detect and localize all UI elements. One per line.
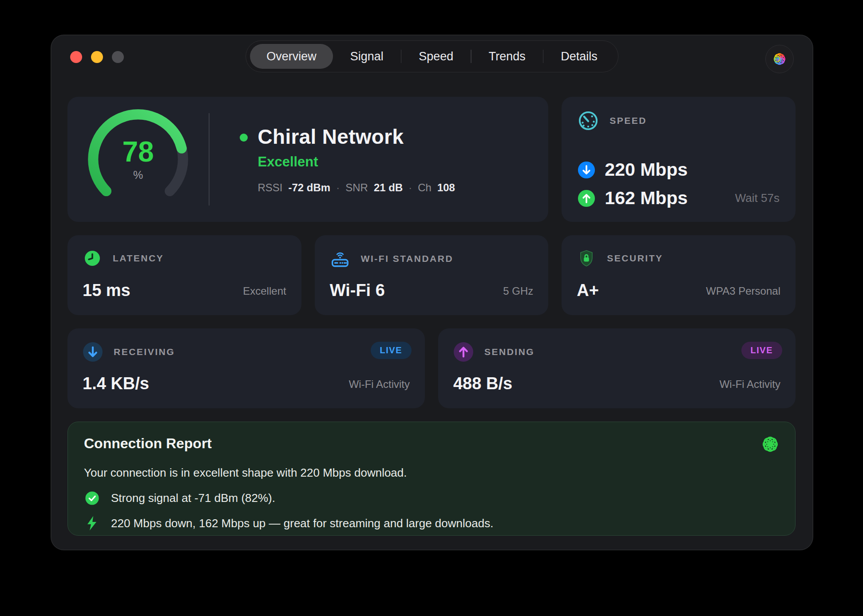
upload-speed-row: 162 Mbps — [578, 188, 688, 209]
sending-live-badge: LIVE — [741, 342, 782, 359]
connection-report-card: Connection Report Your connection is in … — [67, 422, 796, 536]
latency-note: Excellent — [243, 285, 286, 297]
health-percent: 78 — [122, 138, 154, 166]
report-bullet-list: Strong signal at -71 dBm (82%). 220 Mbps… — [84, 490, 779, 532]
minimize-button[interactable] — [91, 51, 103, 63]
sending-note: Wi-Fi Activity — [720, 378, 780, 391]
report-bullet-text: 220 Mbps down, 162 Mbps up — great for s… — [111, 517, 493, 530]
check-circle-icon — [84, 490, 100, 506]
download-speed: 220 Mbps — [605, 159, 688, 180]
download-speed-row: 220 Mbps — [578, 159, 688, 180]
shield-lock-icon — [577, 249, 596, 268]
upload-arrow-icon — [578, 190, 595, 207]
network-quality: Excellent — [258, 154, 455, 170]
tab-details[interactable]: Details — [544, 44, 614, 69]
health-gauge: 78 % — [67, 106, 209, 213]
receiving-arrow-icon — [83, 342, 103, 362]
tab-trends[interactable]: Trends — [472, 44, 542, 69]
speedometer-icon — [578, 110, 599, 131]
assistant-rainbow-knot-icon — [771, 50, 788, 68]
sending-label: SENDING — [484, 347, 534, 357]
signal-stats: RSSI -72 dBm · SNR 21 dB · Ch 108 — [258, 182, 455, 194]
divider — [209, 113, 210, 205]
network-name: Chiral Network — [258, 125, 455, 149]
speed-label: SPEED — [610, 115, 647, 126]
clock-icon — [83, 249, 102, 268]
security-card: SECURITY A+ WPA3 Personal — [562, 235, 796, 315]
tab-divider — [471, 50, 471, 63]
channel-value: 108 — [437, 182, 455, 194]
channel-label: Ch — [418, 182, 432, 194]
desktop: Overview Signal Speed Trends Details — [0, 0, 863, 616]
app-window: Overview Signal Speed Trends Details — [51, 35, 813, 550]
window-controls — [70, 51, 124, 63]
network-health-card: 78 % Chiral Network Excellent RSSI -72 d… — [67, 97, 548, 222]
report-summary: Your connection is in excellent shape wi… — [84, 466, 779, 480]
security-label: SECURITY — [607, 253, 663, 264]
download-arrow-icon — [578, 161, 595, 179]
latency-label: LATENCY — [113, 253, 164, 264]
receiving-card: RECEIVING LIVE 1.4 KB/s Wi-Fi Activity — [67, 328, 425, 408]
tab-overview[interactable]: Overview — [250, 44, 333, 69]
rssi-value: -72 dBm — [289, 182, 331, 194]
wifi-band-note: 5 GHz — [503, 285, 533, 297]
sending-arrow-icon — [453, 342, 474, 362]
tab-divider — [401, 50, 402, 63]
assistant-button[interactable] — [765, 45, 794, 73]
security-protocol: WPA3 Personal — [706, 285, 780, 297]
receiving-note: Wi-Fi Activity — [349, 378, 410, 391]
receiving-live-badge: LIVE — [371, 342, 412, 359]
tab-speed[interactable]: Speed — [402, 44, 470, 69]
tab-signal[interactable]: Signal — [334, 44, 400, 69]
tab-bar: Overview Signal Speed Trends Details — [245, 40, 618, 72]
health-percent-unit: % — [133, 169, 143, 182]
dashboard-grid: 78 % Chiral Network Excellent RSSI -72 d… — [67, 97, 796, 536]
speed-card: SPEED 220 Mbps — [562, 97, 796, 222]
close-button[interactable] — [70, 51, 82, 63]
router-icon — [330, 249, 350, 269]
assistant-green-knot-icon — [759, 433, 782, 456]
report-bullet-speed: 220 Mbps down, 162 Mbps up — great for s… — [84, 515, 779, 532]
sending-card: SENDING LIVE 488 B/s Wi-Fi Activity — [438, 328, 796, 408]
receiving-rate: 1.4 KB/s — [83, 374, 149, 393]
security-grade: A+ — [577, 281, 599, 300]
lightning-bolt-icon — [84, 515, 99, 532]
upload-speed: 162 Mbps — [605, 188, 688, 209]
snr-label: SNR — [345, 182, 368, 194]
report-bullet-text: Strong signal at -71 dBm (82%). — [111, 491, 275, 505]
sending-rate: 488 B/s — [453, 374, 512, 393]
report-bullet-signal: Strong signal at -71 dBm (82%). — [84, 490, 779, 506]
wifi-standard-label: WI-FI STANDARD — [361, 253, 453, 264]
rssi-label: RSSI — [258, 182, 283, 194]
separator: · — [336, 182, 340, 194]
snr-value: 21 dB — [374, 182, 403, 194]
separator: · — [408, 182, 412, 194]
zoom-button[interactable] — [112, 51, 124, 63]
report-title: Connection Report — [84, 435, 779, 452]
wifi-standard-card: WI-FI STANDARD Wi-Fi 6 5 GHz — [315, 235, 549, 315]
network-status-dot — [240, 134, 248, 142]
latency-value: 15 ms — [83, 281, 131, 300]
latency-card: LATENCY 15 ms Excellent — [67, 235, 301, 315]
receiving-label: RECEIVING — [114, 347, 175, 357]
speed-test-countdown: Wait 57s — [735, 191, 780, 205]
wifi-standard-value: Wi-Fi 6 — [330, 281, 385, 300]
tab-divider — [543, 50, 544, 63]
